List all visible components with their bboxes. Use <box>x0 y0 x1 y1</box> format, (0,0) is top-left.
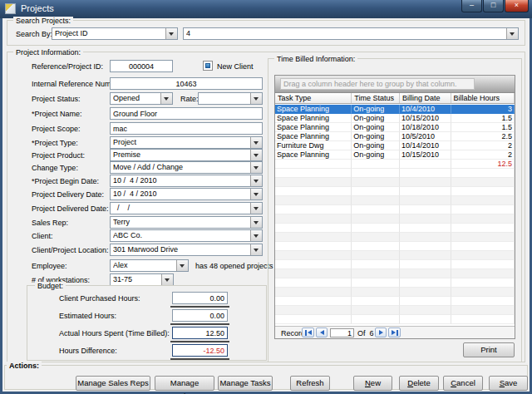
grid-cell: Space Planning <box>275 132 352 141</box>
actual-hours-field[interactable] <box>172 327 228 339</box>
grid-cell <box>400 160 451 169</box>
change-type-dropdown[interactable]: Move / Add / Change <box>110 161 263 174</box>
column-header[interactable]: Time Status <box>352 93 400 103</box>
column-header[interactable]: Billing Date <box>400 93 451 103</box>
dropdown-arrow-icon[interactable] <box>250 175 262 186</box>
column-header[interactable]: Task Type <box>275 93 352 103</box>
client-dropdown[interactable]: ABC Co. <box>110 229 263 242</box>
grid-cell <box>451 297 515 306</box>
empty-row <box>275 242 515 251</box>
dropdown-arrow-icon[interactable] <box>506 28 518 39</box>
column-header[interactable]: Billable Hours <box>451 93 515 103</box>
reference-id-field[interactable] <box>110 60 173 72</box>
employee-dropdown[interactable]: Alex <box>110 259 189 272</box>
dropdown-arrow-icon[interactable] <box>161 274 173 285</box>
table-row[interactable]: Space PlanningOn-going10/4/20103 <box>275 105 515 114</box>
begin-date-picker[interactable]: 10 / 4 / 2010 <box>110 175 263 187</box>
rate-dropdown[interactable] <box>198 92 263 105</box>
time-billed-grid: Drag a column header here to group by th… <box>274 75 515 339</box>
dropdown-arrow-icon[interactable] <box>250 189 262 199</box>
project-type-dropdown[interactable]: Project <box>110 136 263 149</box>
previous-record-button[interactable] <box>316 328 328 337</box>
manage-tasks-button[interactable]: Manage Tasks <box>218 376 273 391</box>
dropdown-arrow-icon[interactable] <box>250 203 262 214</box>
hours-difference-field[interactable] <box>172 344 228 357</box>
record-count-label: Of 6 <box>357 329 374 337</box>
sales-rep-dropdown[interactable]: Terry <box>110 216 263 229</box>
grid-cell <box>275 196 352 205</box>
print-button[interactable]: Print <box>463 342 515 357</box>
internal-ref-field[interactable] <box>110 77 263 90</box>
grid-cell <box>400 260 451 269</box>
grid-cell <box>451 169 515 178</box>
grid-cell <box>400 315 451 324</box>
employee-value: Alex <box>113 260 175 271</box>
manage-products-button[interactable]: Manage Products <box>155 376 214 391</box>
window-icon <box>5 3 16 14</box>
window-controls: – □ × <box>461 0 529 12</box>
search-by-dropdown[interactable]: Project ID <box>52 27 178 40</box>
refresh-button[interactable]: Refresh <box>290 376 330 391</box>
table-row[interactable]: Space PlanningOn-going10/15/20101.5 <box>275 114 515 123</box>
dropdown-arrow-icon[interactable] <box>176 260 188 271</box>
dropdown-arrow-icon[interactable] <box>250 150 262 160</box>
delivered-date-picker[interactable]: / / <box>110 202 263 214</box>
grid-cell <box>400 196 451 205</box>
rate-value <box>201 93 249 104</box>
new-button[interactable]: New <box>353 376 392 391</box>
empty-row <box>275 178 515 187</box>
purchased-hours-field[interactable] <box>172 292 228 304</box>
close-icon: × <box>515 1 519 9</box>
estimated-hours-field[interactable] <box>172 309 228 322</box>
project-name-field[interactable] <box>110 107 263 120</box>
dropdown-arrow-icon[interactable] <box>250 137 262 148</box>
dropdown-arrow-icon[interactable] <box>250 244 262 255</box>
empty-row <box>275 288 515 297</box>
empty-row <box>275 196 515 205</box>
first-record-button[interactable] <box>302 328 314 337</box>
grid-cell <box>275 187 352 196</box>
new-client-checkbox[interactable] <box>203 61 213 71</box>
cancel-button[interactable]: Cancel <box>443 376 483 391</box>
dropdown-arrow-icon[interactable] <box>160 93 172 104</box>
project-product-dropdown[interactable]: Premise <box>110 149 263 161</box>
save-button[interactable]: Save <box>489 376 528 391</box>
next-record-button[interactable] <box>375 328 387 337</box>
table-row[interactable]: Space PlanningOn-going10/15/20102 <box>275 150 515 160</box>
record-number-field[interactable] <box>330 328 354 337</box>
client-label: Client: <box>32 232 53 240</box>
project-type-value: Project <box>113 137 249 148</box>
dropdown-arrow-icon[interactable] <box>250 93 262 104</box>
close-button[interactable]: × <box>505 0 529 12</box>
grid-cell: 2 <box>451 141 515 150</box>
last-record-button[interactable] <box>388 328 401 337</box>
manage-sales-reps-button[interactable]: Manage Sales Reps <box>76 376 150 391</box>
minimize-button[interactable]: – <box>461 0 482 12</box>
workstations-dropdown[interactable]: 31-75 <box>110 273 174 286</box>
project-status-dropdown[interactable]: Opened <box>110 92 173 105</box>
project-scope-field[interactable] <box>110 122 263 135</box>
location-dropdown[interactable]: 301 Marwood Drive <box>110 244 263 256</box>
grid-cell <box>451 288 515 297</box>
delivery-date-picker[interactable]: 10 / 4 / 2010 <box>110 188 263 200</box>
grid-cell <box>451 242 515 251</box>
dropdown-arrow-icon[interactable] <box>250 230 262 241</box>
table-row[interactable]: Space PlanningOn-going10/5/20102.5 <box>275 132 515 141</box>
dropdown-arrow-icon[interactable] <box>165 28 177 39</box>
search-query-combo[interactable]: 4 <box>183 27 519 40</box>
delete-button[interactable]: Delete <box>399 376 439 391</box>
grid-cell: Furniture Dwg <box>275 141 352 150</box>
grid-cell <box>275 269 352 278</box>
grid-cell: Space Planning <box>275 150 352 160</box>
empty-row <box>275 169 515 178</box>
dropdown-arrow-icon[interactable] <box>250 217 262 228</box>
grid-cell: Space Planning <box>275 123 352 132</box>
grid-group-by-panel[interactable]: Drag a column header here to group by th… <box>275 76 515 93</box>
grid-cell <box>451 260 515 269</box>
empty-row <box>275 233 515 242</box>
maximize-button[interactable]: □ <box>483 0 504 12</box>
table-row[interactable]: Furniture DwgOn-going10/14/20102 <box>275 141 515 150</box>
dropdown-arrow-icon[interactable] <box>250 162 262 173</box>
hours-difference-label: Hours Difference: <box>59 347 117 355</box>
table-row[interactable]: Space PlanningOn-going10/18/20101.5 <box>275 123 515 132</box>
